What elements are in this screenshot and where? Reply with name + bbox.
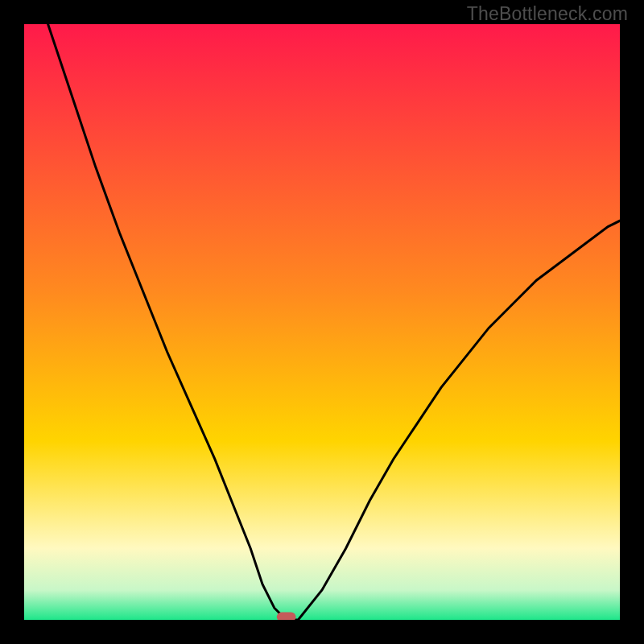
chart-frame: TheBottleneck.com	[0, 0, 644, 644]
optimal-point-marker	[277, 612, 296, 620]
gradient-background	[24, 24, 620, 620]
plot-area	[24, 24, 620, 620]
chart-canvas	[24, 24, 620, 620]
watermark-label: TheBottleneck.com	[467, 3, 628, 25]
